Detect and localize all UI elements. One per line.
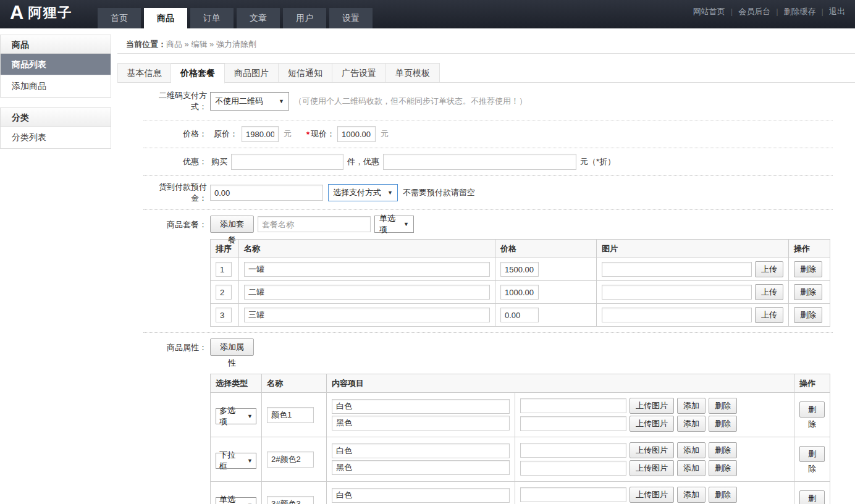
delete-item-button[interactable]: 删除 xyxy=(709,416,737,432)
upload-image-button[interactable]: 上传图片 xyxy=(630,398,674,414)
link-member-backend[interactable]: 会员后台 xyxy=(738,7,770,16)
package-type-select[interactable]: 单选项 ▼ xyxy=(374,216,414,233)
nav-item-settings[interactable]: 设置 xyxy=(329,8,373,28)
link-separator: | xyxy=(731,7,733,16)
payment-method-select[interactable]: 选择支付方式 ▼ xyxy=(328,184,398,201)
attributes-label: 商品属性： xyxy=(143,338,207,353)
sidebar-item-add-product[interactable]: 添加商品 xyxy=(1,75,111,97)
delete-package-button[interactable]: 删除 xyxy=(794,284,822,300)
current-price-input[interactable] xyxy=(337,126,376,142)
attribute-item-image-input[interactable] xyxy=(520,398,626,413)
tab-sms-notify[interactable]: 短信通知 xyxy=(279,63,332,82)
current-price-label: 现价： xyxy=(311,128,335,140)
package-price-input[interactable] xyxy=(500,262,539,277)
tab-ad-settings[interactable]: 广告设置 xyxy=(332,63,386,82)
add-item-button[interactable]: 添加 xyxy=(677,487,705,503)
original-price-input[interactable] xyxy=(242,126,279,142)
add-item-button[interactable]: 添加 xyxy=(677,460,705,476)
tab-price-packages[interactable]: 价格套餐 xyxy=(171,63,225,83)
upload-button[interactable]: 上传 xyxy=(755,284,783,300)
nav-item-articles[interactable]: 文章 xyxy=(237,8,280,28)
package-image-input[interactable] xyxy=(602,285,752,300)
prepay-amount-input[interactable] xyxy=(210,185,323,201)
attribute-item-input[interactable] xyxy=(332,443,510,458)
attribute-item-image-input[interactable] xyxy=(520,461,626,476)
link-clear-cache[interactable]: 删除缓存 xyxy=(784,7,816,16)
package-price-input[interactable] xyxy=(500,308,539,322)
sidebar-item-category-list[interactable]: 分类列表 xyxy=(1,127,111,148)
upload-image-button[interactable]: 上传图片 xyxy=(630,416,674,432)
topbar: A 阿狸子 首页 商品 订单 文章 用户 设置 网站首页|会员后台|删除缓存|退… xyxy=(0,0,855,28)
nav-item-orders[interactable]: 订单 xyxy=(190,8,234,28)
attribute-type-select[interactable]: 多选项▼ xyxy=(216,408,256,424)
package-sort-input[interactable] xyxy=(216,285,232,300)
attribute-name-input[interactable] xyxy=(267,496,314,504)
package-name-cell-input[interactable] xyxy=(244,285,490,300)
col-image: 图片 xyxy=(597,240,789,258)
add-attribute-button[interactable]: 添加属性 xyxy=(210,338,254,356)
upload-button[interactable]: 上传 xyxy=(755,261,783,277)
package-name-cell-input[interactable] xyxy=(244,262,490,277)
package-row: 上传 删除 xyxy=(211,281,830,304)
tab-basic-info[interactable]: 基本信息 xyxy=(117,63,171,82)
discount-buy-label: 购买 xyxy=(211,156,227,167)
package-price-input[interactable] xyxy=(500,285,539,300)
attribute-item-image-input[interactable] xyxy=(520,487,626,502)
packages-row: 商品套餐： 添加套餐 单选项 ▼ 排序 名称 xyxy=(143,210,833,333)
attribute-item-input[interactable] xyxy=(332,488,510,503)
delete-item-button[interactable]: 删除 xyxy=(709,442,737,458)
prepay-label: 货到付款预付金： xyxy=(143,182,207,204)
discount-amount-input[interactable] xyxy=(383,154,576,170)
nav-item-users[interactable]: 用户 xyxy=(283,8,326,28)
upload-button[interactable]: 上传 xyxy=(755,307,783,323)
package-sort-input[interactable] xyxy=(216,308,232,322)
attribute-name-input[interactable] xyxy=(267,452,314,468)
link-separator: | xyxy=(776,7,778,16)
link-site-home[interactable]: 网站首页 xyxy=(693,7,725,16)
col-attr-actions: 操作 xyxy=(794,374,830,393)
discount-quantity-input[interactable] xyxy=(231,154,343,170)
delete-package-button[interactable]: 删除 xyxy=(794,307,822,323)
package-name-input[interactable] xyxy=(258,216,371,232)
package-image-input[interactable] xyxy=(602,308,752,322)
attribute-type-value: 单选项 xyxy=(219,494,242,504)
attribute-item-image-input[interactable] xyxy=(520,416,626,431)
nav-item-home[interactable]: 首页 xyxy=(98,8,141,28)
attribute-item-input[interactable] xyxy=(332,399,510,414)
delete-item-button[interactable]: 删除 xyxy=(709,460,737,476)
tab-product-images[interactable]: 商品图片 xyxy=(225,63,279,82)
add-package-button[interactable]: 添加套餐 xyxy=(210,216,254,233)
tabbar: 基本信息 价格套餐 商品图片 短信通知 广告设置 单页模板 xyxy=(117,63,855,83)
package-image-input[interactable] xyxy=(602,262,752,277)
topbar-links: 网站首页|会员后台|删除缓存|退出 xyxy=(693,6,845,17)
delete-attribute-button[interactable]: 删除 xyxy=(799,446,825,462)
sidebar-item-product-list[interactable]: 商品列表 xyxy=(1,54,111,75)
add-item-button[interactable]: 添加 xyxy=(677,398,705,414)
attribute-name-input[interactable] xyxy=(267,407,314,423)
delete-item-button[interactable]: 删除 xyxy=(709,487,737,503)
delete-package-button[interactable]: 删除 xyxy=(794,261,822,277)
add-item-button[interactable]: 添加 xyxy=(677,442,705,458)
add-item-button[interactable]: 添加 xyxy=(677,416,705,432)
delete-attribute-button[interactable]: 删除 xyxy=(799,490,825,504)
attribute-row: 下拉框▼ 上传图片添加删除 上传图片添加删除 删除 xyxy=(211,437,830,482)
attribute-type-select[interactable]: 单选项▼ xyxy=(216,497,256,504)
nav-item-products[interactable]: 商品 xyxy=(144,8,187,28)
tab-single-page-template[interactable]: 单页模板 xyxy=(386,63,440,82)
upload-image-button[interactable]: 上传图片 xyxy=(630,487,674,503)
attribute-item-input[interactable] xyxy=(332,460,510,475)
attribute-item-input[interactable] xyxy=(332,416,510,430)
package-name-cell-input[interactable] xyxy=(244,308,490,322)
upload-image-button[interactable]: 上传图片 xyxy=(630,442,674,458)
link-logout[interactable]: 退出 xyxy=(829,7,845,16)
delete-item-button[interactable]: 删除 xyxy=(709,398,737,414)
attribute-type-select[interactable]: 下拉框▼ xyxy=(216,453,256,469)
attribute-item-image-input[interactable] xyxy=(520,443,626,458)
package-sort-input[interactable] xyxy=(216,262,232,277)
sidebar: 商品 商品列表 添加商品 分类 分类列表 xyxy=(0,35,111,504)
delete-attribute-button[interactable]: 删除 xyxy=(799,401,825,418)
qrcode-payment-select[interactable]: 不使用二维码 ▼ xyxy=(210,92,289,111)
package-type-select-value: 单选项 xyxy=(379,213,398,235)
upload-image-button[interactable]: 上传图片 xyxy=(630,460,674,476)
attribute-row: 单选项▼ 上传图片添加删除 上传图片添加删除 删除 xyxy=(211,482,830,504)
